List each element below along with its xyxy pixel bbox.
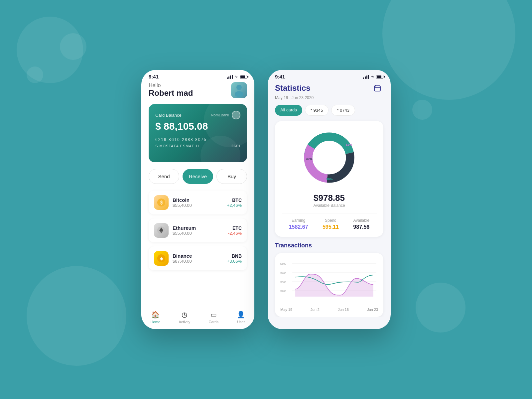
stat-available: Available 987.56 bbox=[353, 218, 369, 230]
crypto-item-binance[interactable]: ◈ Binance $87,40.00 BNB +3,66% bbox=[149, 246, 247, 270]
ethereum-symbol: ETC bbox=[228, 225, 242, 231]
bitcoin-change: +2,46% bbox=[227, 203, 242, 208]
buy-button[interactable]: Buy bbox=[216, 169, 247, 184]
earning-label: Earning bbox=[289, 218, 308, 223]
wifi-icon-right: ∿ bbox=[371, 74, 374, 79]
nav-cards[interactable]: ▭ Cards bbox=[209, 311, 218, 324]
balance-amount: $978.85 bbox=[282, 193, 377, 203]
phone-left: 9:41 ∿ Hello Robert mad bbox=[141, 70, 254, 329]
nav-user[interactable]: 👤 User bbox=[237, 311, 245, 324]
filter-0743[interactable]: * 0743 bbox=[331, 105, 355, 116]
x-label-may19: May 19 bbox=[280, 308, 292, 312]
binance-change: +3,66% bbox=[227, 259, 242, 264]
crypto-list: ₿ Bitcoin $55,40.00 BTC +2,46% bbox=[149, 191, 247, 270]
balance-info: $978.85 Available Balance bbox=[282, 193, 377, 208]
card-number: 6219 8610 2888 8075 bbox=[155, 137, 240, 142]
nav-activity-label: Activity bbox=[179, 320, 190, 324]
bg-circle-5 bbox=[382, 0, 515, 100]
svg-text:₿: ₿ bbox=[160, 200, 163, 205]
available-label: Available bbox=[353, 218, 369, 223]
status-bar-left: 9:41 ∿ bbox=[141, 70, 254, 82]
user-icon: 👤 bbox=[237, 311, 245, 319]
avatar[interactable] bbox=[231, 82, 247, 98]
bg-circle-3 bbox=[27, 66, 43, 83]
bitcoin-price: $55,40.00 bbox=[173, 203, 223, 208]
line-chart-svg: $500 $400 $300 $200 bbox=[280, 258, 378, 305]
svg-text:$500: $500 bbox=[280, 262, 287, 265]
chart-card: 32% 30% 38% $978.85 Available Balance Ea… bbox=[275, 121, 383, 237]
binance-right: BNB +3,66% bbox=[227, 253, 242, 264]
bottom-nav: 🏠 Home ◷ Activity ▭ Cards 👤 User bbox=[141, 307, 254, 329]
crypto-item-bitcoin[interactable]: ₿ Bitcoin $55,40.00 BTC +2,46% bbox=[149, 191, 247, 214]
svg-point-17 bbox=[313, 141, 346, 174]
donut-label-30: 30% bbox=[306, 157, 313, 161]
filter-all-cards[interactable]: All cards bbox=[275, 105, 302, 116]
status-icons-right: ∿ bbox=[363, 74, 383, 79]
crypto-item-ethereum[interactable]: Ethureum $55,40.00 ETC -2,46% bbox=[149, 218, 247, 242]
ethereum-icon bbox=[154, 223, 169, 238]
card-holder: S.MOSTAFA ESMAEILI bbox=[155, 144, 200, 148]
nav-cards-label: Cards bbox=[209, 320, 218, 324]
donut-label-38: 38% bbox=[326, 177, 333, 181]
transactions-title: Transactions bbox=[275, 242, 383, 249]
phone-right: 9:41 ∿ Statistics bbox=[268, 70, 391, 329]
credit-card: Card Balance Nom1Bank $ 88,105.08 6219 8… bbox=[149, 104, 247, 162]
ethereum-name: Ethureum bbox=[173, 225, 224, 231]
ethereum-right: ETC -2,46% bbox=[228, 225, 242, 236]
home-icon: 🏠 bbox=[151, 311, 160, 319]
filter-9345[interactable]: * 9345 bbox=[305, 105, 329, 116]
user-name: Robert mad bbox=[149, 88, 193, 98]
donut-chart: 32% 30% 38% bbox=[299, 128, 359, 188]
spend-label: Spend bbox=[323, 218, 339, 223]
send-button[interactable]: Send bbox=[149, 169, 179, 184]
x-labels: May 19 Jun 2 Jun 16 Jun 23 bbox=[280, 306, 378, 312]
status-bar-right: 9:41 ∿ bbox=[268, 70, 391, 82]
nav-activity[interactable]: ◷ Activity bbox=[179, 311, 190, 324]
phones-container: 9:41 ∿ Hello Robert mad bbox=[141, 70, 391, 329]
bg-circle-4 bbox=[27, 266, 126, 366]
binance-symbol: BNB bbox=[227, 253, 242, 259]
bitcoin-symbol: BTC bbox=[227, 198, 242, 203]
card-balance-label: Card Balance bbox=[155, 113, 182, 118]
greeting-section: Hello Robert mad bbox=[149, 82, 247, 98]
x-label-jun23: Jun 23 bbox=[367, 308, 378, 312]
wifi-icon: ∿ bbox=[235, 74, 238, 79]
time-left: 9:41 bbox=[149, 74, 159, 79]
bitcoin-name: Bitcoin bbox=[173, 197, 223, 203]
avatar-image bbox=[233, 83, 245, 97]
stat-spend: Spend 595.11 bbox=[323, 218, 339, 230]
date-range: May 19 - Jun 23 2020 bbox=[275, 95, 383, 100]
available-value: 987.56 bbox=[353, 224, 369, 230]
nav-home-label: Home bbox=[151, 320, 160, 324]
battery-icon bbox=[240, 75, 247, 78]
receive-button[interactable]: Receive bbox=[183, 169, 213, 184]
left-phone-content: Hello Robert mad Card Balance Nom bbox=[141, 82, 254, 270]
ethereum-info: Ethureum $55,40.00 bbox=[173, 225, 224, 236]
action-buttons: Send Receive Buy bbox=[149, 169, 247, 184]
spend-value: 595.11 bbox=[323, 224, 339, 230]
nav-home[interactable]: 🏠 Home bbox=[151, 311, 160, 324]
right-phone-content: Statistics May 19 - Jun 23 2020 All card… bbox=[268, 82, 391, 317]
stats-title: Statistics bbox=[275, 83, 311, 93]
activity-icon: ◷ bbox=[182, 311, 187, 319]
x-label-jun16: Jun 16 bbox=[338, 308, 349, 312]
bitcoin-info: Bitcoin $55,40.00 bbox=[173, 197, 223, 208]
donut-label-32: 32% bbox=[346, 143, 352, 146]
bitcoin-icon: ₿ bbox=[154, 195, 169, 210]
transactions-chart: $500 $400 $300 $200 May 19 Jun 2 Jun 16 … bbox=[275, 253, 383, 317]
binance-info: Binance $87,40.00 bbox=[173, 253, 223, 264]
calendar-button[interactable] bbox=[371, 82, 383, 94]
svg-text:$300: $300 bbox=[280, 281, 287, 284]
svg-text:$400: $400 bbox=[280, 272, 287, 275]
signal-icon bbox=[227, 75, 233, 79]
signal-icon-right bbox=[363, 75, 369, 79]
x-label-jun2: Jun 2 bbox=[311, 308, 320, 312]
earning-value: 1582.67 bbox=[289, 224, 308, 230]
binance-price: $87,40.00 bbox=[173, 259, 223, 264]
bg-circle-7 bbox=[412, 100, 432, 120]
bg-circle-6 bbox=[416, 283, 466, 332]
bg-circle-2 bbox=[60, 33, 86, 60]
stat-earning: Earning 1582.67 bbox=[289, 218, 308, 230]
svg-text:$200: $200 bbox=[280, 290, 287, 293]
balance-label: Available Balance bbox=[282, 203, 377, 208]
